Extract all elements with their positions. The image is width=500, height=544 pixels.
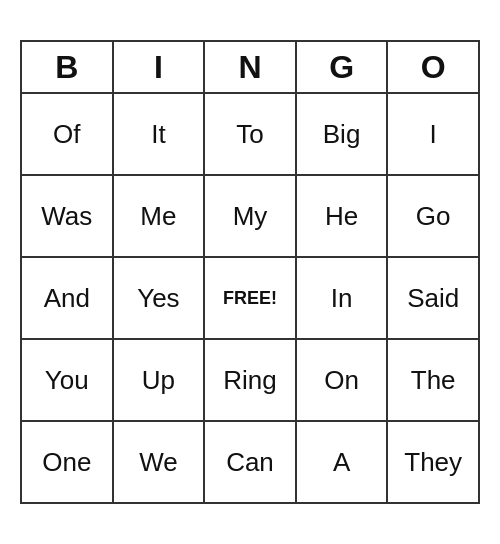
bingo-cell-r3-c4: The	[388, 340, 480, 422]
bingo-cell-r4-c1: We	[114, 422, 206, 504]
bingo-cell-r4-c2: Can	[205, 422, 297, 504]
bingo-cell-r1-c4: Go	[388, 176, 480, 258]
bingo-cell-r0-c3: Big	[297, 94, 389, 176]
header-row: BINGO	[22, 42, 480, 94]
bingo-cell-r2-c4: Said	[388, 258, 480, 340]
bingo-cell-r0-c1: It	[114, 94, 206, 176]
bingo-cell-r4-c0: One	[22, 422, 114, 504]
header-cell-n: N	[205, 42, 297, 94]
bingo-cell-r4-c4: They	[388, 422, 480, 504]
bingo-cell-r3-c2: Ring	[205, 340, 297, 422]
bingo-cell-r2-c3: In	[297, 258, 389, 340]
bingo-row-4: OneWeCanAThey	[22, 422, 480, 504]
bingo-row-3: YouUpRingOnThe	[22, 340, 480, 422]
bingo-row-1: WasMeMyHeGo	[22, 176, 480, 258]
bingo-cell-r0-c2: To	[205, 94, 297, 176]
bingo-cell-r3-c1: Up	[114, 340, 206, 422]
bingo-cell-r0-c4: I	[388, 94, 480, 176]
bingo-cell-r3-c0: You	[22, 340, 114, 422]
bingo-cell-r1-c0: Was	[22, 176, 114, 258]
bingo-cell-r4-c3: A	[297, 422, 389, 504]
bingo-cell-r3-c3: On	[297, 340, 389, 422]
header-cell-b: B	[22, 42, 114, 94]
header-cell-i: I	[114, 42, 206, 94]
bingo-row-0: OfItToBigI	[22, 94, 480, 176]
bingo-cell-r0-c0: Of	[22, 94, 114, 176]
bingo-cell-r1-c1: Me	[114, 176, 206, 258]
bingo-cell-r1-c3: He	[297, 176, 389, 258]
bingo-cell-r2-c0: And	[22, 258, 114, 340]
header-cell-g: G	[297, 42, 389, 94]
bingo-row-2: AndYesFREE!InSaid	[22, 258, 480, 340]
bingo-cell-r2-c2: FREE!	[205, 258, 297, 340]
header-cell-o: O	[388, 42, 480, 94]
bingo-cell-r1-c2: My	[205, 176, 297, 258]
bingo-card: BINGO OfItToBigIWasMeMyHeGoAndYesFREE!In…	[20, 40, 480, 504]
bingo-cell-r2-c1: Yes	[114, 258, 206, 340]
